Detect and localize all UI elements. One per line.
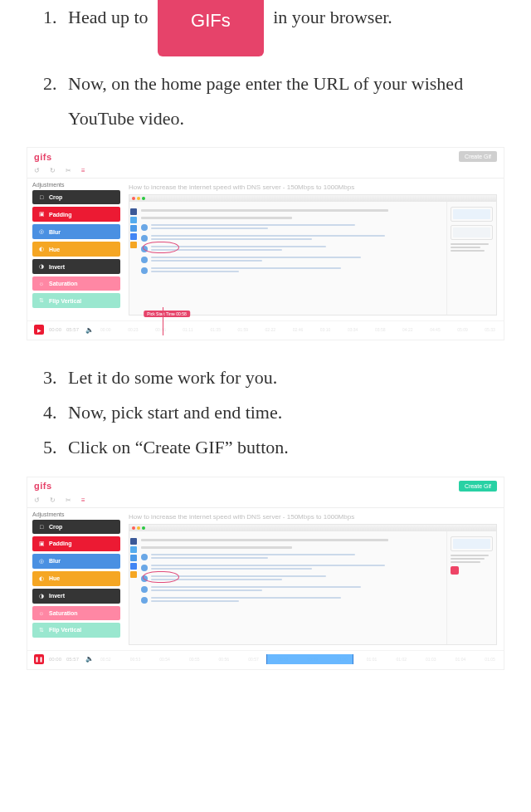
tick-label: 01:11 [183, 327, 193, 332]
tick-label: 00:46 [155, 327, 166, 332]
time-total: 05:57 [66, 657, 79, 662]
pill-flip-vertical[interactable]: ⇅Flip Vertical [32, 623, 120, 638]
tick-label: 02:22 [266, 327, 276, 332]
tick-label: 00:57 [248, 657, 259, 662]
undo-icon[interactable]: ↺ [34, 496, 40, 504]
step-2: Now, on the home page enter the URL of y… [61, 66, 504, 136]
preview-title: How to increase the internet speed with … [129, 183, 497, 191]
redo-icon[interactable]: ↻ [50, 167, 56, 174]
selection-range[interactable] [266, 654, 354, 664]
cut-icon[interactable]: ✂ [66, 496, 71, 504]
pill-crop[interactable]: □Crop [32, 520, 120, 534]
pill-invert[interactable]: ◑Invert [32, 589, 120, 604]
tick-label: 00:23 [128, 327, 139, 332]
screenshot-2: gifs Create Gif ↺ ↻ ✂ ≡ Adjustments □Cro… [27, 477, 504, 670]
redo-icon[interactable]: ↻ [50, 496, 56, 504]
tick-label: 00:56 [219, 657, 230, 662]
tick-label: 00:54 [159, 657, 170, 662]
timeline[interactable]: ▶ 00:00 05:57 🔈 00:0000:2300:4601:1101:3… [27, 320, 504, 340]
pill-invert[interactable]: ◑Invert [32, 259, 120, 274]
pill-hue[interactable]: ◐Hue [32, 571, 120, 586]
cut-icon[interactable]: ✂ [66, 167, 71, 174]
pill-blur[interactable]: ◎Blur [32, 224, 120, 239]
pill-padding[interactable]: ▣Padding [32, 207, 120, 222]
step-3: Let it do some work for you. [61, 360, 504, 395]
pill-crop[interactable]: □Crop [32, 190, 120, 204]
adjustments-panel: Adjustments □Crop ▣Padding ◎Blur ◐Hue ◑I… [27, 508, 125, 650]
pill-hue[interactable]: ◐Hue [32, 242, 120, 257]
pause-icon[interactable]: ❚❚ [34, 654, 44, 664]
steps-list: Head up to GIFs in your browser. Now, on… [27, 0, 504, 135]
tick-label: 05:33 [485, 327, 495, 332]
adjustments-panel: Adjustments □Crop ▣Padding ◎Blur ◐Hue ◑I… [27, 179, 125, 320]
tick-label: 04:45 [430, 327, 441, 332]
tick-label: 03:10 [320, 327, 331, 332]
tick-label: 02:46 [293, 327, 304, 332]
shot-toolbar: ↺ ↻ ✂ ≡ [27, 493, 504, 508]
tick-label: 01:35 [210, 327, 221, 332]
steps-list-2: Let it do some work for you. Now, pick s… [27, 360, 504, 464]
tick-label: 00:52 [100, 657, 111, 662]
volume-icon[interactable]: 🔈 [85, 655, 94, 663]
adjustments-label: Adjustments [32, 511, 120, 517]
adjustments-label: Adjustments [32, 182, 120, 188]
pick-start-time-flag[interactable]: Pick Start Time 00:58 [144, 311, 190, 317]
undo-icon[interactable]: ↺ [34, 167, 40, 174]
tick-label: 00:00 [100, 327, 111, 332]
tick-label: 00:55 [189, 657, 200, 662]
timeline-ticks: 00:5200:5300:5400:5500:5600:5700:5800:59… [99, 653, 497, 665]
tick-label: 01:02 [396, 657, 407, 662]
tick-label: 01:03 [426, 657, 436, 662]
step-1-text-a: Head up to [68, 7, 153, 27]
step-4: Now, pick start and end time. [61, 395, 504, 430]
preview-window [129, 194, 497, 316]
time-total: 05:57 [66, 327, 79, 332]
preview-title: How to increase the internet speed with … [129, 513, 497, 521]
timeline-ticks: 00:0000:2300:4601:1101:3501:5902:2202:46… [99, 324, 497, 335]
shot-toolbar: ↺ ↻ ✂ ≡ [27, 164, 504, 179]
gifs-button[interactable]: GIFs [158, 0, 264, 56]
screenshot-1: gifs Create Gif ↺ ↻ ✂ ≡ Adjustments □Cro… [27, 147, 504, 340]
time-current: 00:00 [49, 327, 61, 332]
step-5: Click on “Create GIF” button. [61, 430, 504, 465]
pill-blur[interactable]: ◎Blur [32, 554, 120, 569]
tick-label: 01:01 [367, 657, 378, 662]
tick-label: 00:53 [130, 657, 141, 662]
tick-label: 03:34 [348, 327, 358, 332]
play-icon[interactable]: ▶ [34, 325, 44, 335]
tick-label: 04:22 [402, 327, 413, 332]
volume-icon[interactable]: 🔈 [85, 326, 94, 334]
tick-label: 03:58 [375, 327, 386, 332]
step-1: Head up to GIFs in your browser. [61, 0, 504, 66]
time-current: 00:00 [49, 657, 61, 662]
preview-window [129, 524, 497, 645]
tick-label: 01:59 [238, 327, 249, 332]
pill-saturation[interactable]: ☼Saturation [32, 606, 120, 620]
create-gif-button-disabled[interactable]: Create Gif [459, 151, 497, 162]
playhead-marker[interactable] [163, 307, 163, 335]
pill-flip-vertical[interactable]: ⇅Flip Vertical [32, 293, 120, 308]
menu-icon[interactable]: ≡ [81, 167, 85, 174]
pill-padding[interactable]: ▣Padding [32, 536, 120, 551]
step-1-text-b: in your browser. [269, 7, 392, 27]
shot-logo: gifs [34, 481, 52, 491]
create-gif-button[interactable]: Create Gif [459, 481, 497, 492]
pill-saturation[interactable]: ☼Saturation [32, 276, 120, 291]
timeline[interactable]: ❚❚ 00:00 05:57 🔈 00:5200:5300:5400:5500:… [27, 650, 504, 669]
tick-label: 01:04 [455, 657, 466, 662]
tick-label: 01:05 [485, 657, 495, 662]
shot-logo: gifs [34, 152, 52, 162]
tick-label: 05:09 [457, 327, 468, 332]
menu-icon[interactable]: ≡ [81, 496, 85, 504]
